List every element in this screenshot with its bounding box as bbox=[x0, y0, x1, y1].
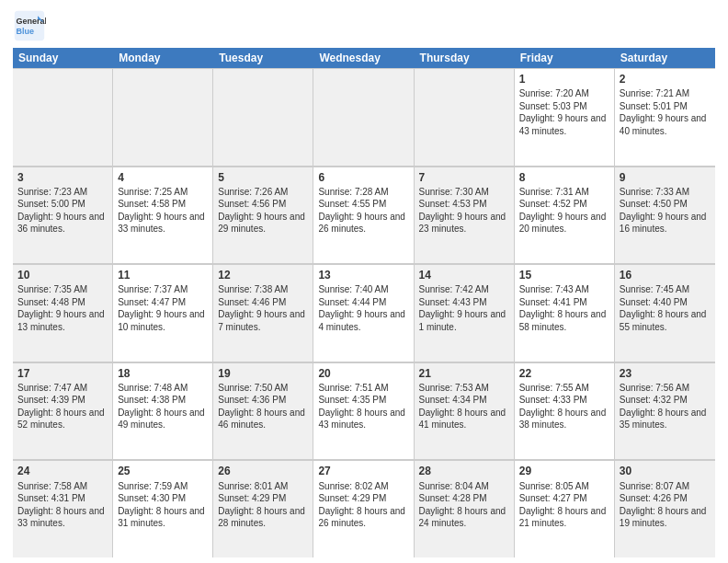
day-number: 9 bbox=[620, 170, 711, 185]
day-info: Sunrise: 7:21 AM Sunset: 5:01 PM Dayligh… bbox=[620, 88, 707, 136]
day-info: Sunrise: 8:02 AM Sunset: 4:29 PM Dayligh… bbox=[318, 481, 405, 529]
day-number: 17 bbox=[17, 366, 108, 381]
day-info: Sunrise: 7:31 AM Sunset: 4:52 PM Dayligh… bbox=[519, 187, 607, 235]
day-number: 21 bbox=[419, 366, 509, 381]
day-number: 4 bbox=[118, 170, 208, 185]
calendar-body: 1Sunrise: 7:20 AM Sunset: 5:03 PM Daylig… bbox=[13, 68, 715, 557]
calendar-cell bbox=[313, 69, 414, 166]
calendar-cell: 27Sunrise: 8:02 AM Sunset: 4:29 PM Dayli… bbox=[313, 461, 414, 557]
calendar-cell: 3Sunrise: 7:23 AM Sunset: 5:00 PM Daylig… bbox=[13, 167, 113, 264]
day-number: 12 bbox=[218, 268, 308, 282]
weekday-header: Friday bbox=[515, 48, 615, 68]
day-number: 7 bbox=[419, 170, 509, 185]
calendar-cell: 16Sunrise: 7:45 AM Sunset: 4:40 PM Dayli… bbox=[615, 265, 715, 362]
calendar: SundayMondayTuesdayWednesdayThursdayFrid… bbox=[13, 48, 715, 557]
day-info: Sunrise: 7:56 AM Sunset: 4:32 PM Dayligh… bbox=[620, 383, 707, 431]
calendar-cell: 19Sunrise: 7:50 AM Sunset: 4:36 PM Dayli… bbox=[213, 363, 313, 460]
day-number: 23 bbox=[620, 366, 711, 381]
calendar-cell: 18Sunrise: 7:48 AM Sunset: 4:38 PM Dayli… bbox=[113, 363, 213, 460]
calendar-cell: 4Sunrise: 7:25 AM Sunset: 4:58 PM Daylig… bbox=[113, 167, 213, 264]
day-info: Sunrise: 7:23 AM Sunset: 5:00 PM Dayligh… bbox=[17, 187, 105, 235]
weekday-header: Thursday bbox=[415, 48, 515, 68]
calendar-cell: 26Sunrise: 8:01 AM Sunset: 4:29 PM Dayli… bbox=[213, 461, 313, 557]
day-info: Sunrise: 7:58 AM Sunset: 4:31 PM Dayligh… bbox=[17, 481, 105, 529]
header: General Blue bbox=[13, 9, 715, 42]
day-number: 1 bbox=[519, 72, 609, 86]
svg-text:General: General bbox=[17, 17, 46, 26]
day-info: Sunrise: 7:50 AM Sunset: 4:36 PM Dayligh… bbox=[218, 383, 305, 431]
calendar-cell: 28Sunrise: 8:04 AM Sunset: 4:28 PM Dayli… bbox=[415, 461, 515, 557]
day-number: 18 bbox=[118, 366, 208, 381]
day-info: Sunrise: 7:55 AM Sunset: 4:33 PM Dayligh… bbox=[519, 383, 607, 431]
day-number: 2 bbox=[620, 72, 711, 86]
day-number: 8 bbox=[519, 170, 609, 185]
day-number: 16 bbox=[620, 268, 711, 282]
day-number: 26 bbox=[218, 464, 308, 478]
calendar-cell: 30Sunrise: 8:07 AM Sunset: 4:26 PM Dayli… bbox=[615, 461, 715, 557]
day-info: Sunrise: 8:04 AM Sunset: 4:28 PM Dayligh… bbox=[419, 481, 506, 529]
day-number: 19 bbox=[218, 366, 308, 381]
day-info: Sunrise: 7:42 AM Sunset: 4:43 PM Dayligh… bbox=[419, 284, 506, 332]
day-info: Sunrise: 7:43 AM Sunset: 4:41 PM Dayligh… bbox=[519, 284, 607, 332]
logo: General Blue bbox=[13, 9, 46, 42]
day-info: Sunrise: 7:33 AM Sunset: 4:50 PM Dayligh… bbox=[620, 187, 707, 235]
day-number: 6 bbox=[318, 170, 408, 185]
page: General Blue SundayMondayTuesdayWednesda… bbox=[0, 0, 728, 563]
calendar-cell: 20Sunrise: 7:51 AM Sunset: 4:35 PM Dayli… bbox=[313, 363, 414, 460]
day-number: 13 bbox=[318, 268, 408, 282]
calendar-row: 10Sunrise: 7:35 AM Sunset: 4:48 PM Dayli… bbox=[13, 264, 715, 362]
day-info: Sunrise: 7:40 AM Sunset: 4:44 PM Dayligh… bbox=[318, 284, 405, 332]
calendar-cell: 15Sunrise: 7:43 AM Sunset: 4:41 PM Dayli… bbox=[515, 265, 615, 362]
day-info: Sunrise: 7:51 AM Sunset: 4:35 PM Dayligh… bbox=[318, 383, 405, 431]
calendar-cell bbox=[13, 69, 113, 166]
calendar-cell: 11Sunrise: 7:37 AM Sunset: 4:47 PM Dayli… bbox=[113, 265, 213, 362]
day-info: Sunrise: 8:07 AM Sunset: 4:26 PM Dayligh… bbox=[620, 481, 707, 529]
day-info: Sunrise: 7:28 AM Sunset: 4:55 PM Dayligh… bbox=[318, 187, 405, 235]
day-number: 22 bbox=[519, 366, 609, 381]
weekday-header: Sunday bbox=[13, 48, 113, 68]
calendar-cell: 29Sunrise: 8:05 AM Sunset: 4:27 PM Dayli… bbox=[515, 461, 615, 557]
day-number: 11 bbox=[118, 268, 208, 282]
day-info: Sunrise: 7:48 AM Sunset: 4:38 PM Dayligh… bbox=[118, 383, 205, 431]
day-number: 5 bbox=[218, 170, 308, 185]
weekday-header: Tuesday bbox=[213, 48, 313, 68]
weekday-header: Saturday bbox=[615, 48, 715, 68]
day-info: Sunrise: 7:47 AM Sunset: 4:39 PM Dayligh… bbox=[17, 383, 105, 431]
day-info: Sunrise: 7:53 AM Sunset: 4:34 PM Dayligh… bbox=[419, 383, 506, 431]
day-info: Sunrise: 7:45 AM Sunset: 4:40 PM Dayligh… bbox=[620, 284, 707, 332]
day-info: Sunrise: 7:30 AM Sunset: 4:53 PM Dayligh… bbox=[419, 187, 506, 235]
calendar-row: 24Sunrise: 7:58 AM Sunset: 4:31 PM Dayli… bbox=[13, 460, 715, 557]
calendar-row: 1Sunrise: 7:20 AM Sunset: 5:03 PM Daylig… bbox=[13, 68, 715, 167]
day-number: 30 bbox=[620, 464, 711, 478]
day-info: Sunrise: 7:59 AM Sunset: 4:30 PM Dayligh… bbox=[118, 481, 205, 529]
calendar-cell: 23Sunrise: 7:56 AM Sunset: 4:32 PM Dayli… bbox=[615, 363, 715, 460]
day-info: Sunrise: 7:37 AM Sunset: 4:47 PM Dayligh… bbox=[118, 284, 205, 332]
calendar-cell: 1Sunrise: 7:20 AM Sunset: 5:03 PM Daylig… bbox=[515, 69, 615, 166]
day-number: 25 bbox=[118, 464, 208, 478]
calendar-cell: 6Sunrise: 7:28 AM Sunset: 4:55 PM Daylig… bbox=[313, 167, 414, 264]
day-info: Sunrise: 7:26 AM Sunset: 4:56 PM Dayligh… bbox=[218, 187, 305, 235]
day-info: Sunrise: 7:25 AM Sunset: 4:58 PM Dayligh… bbox=[118, 187, 205, 235]
day-number: 3 bbox=[17, 170, 108, 185]
day-info: Sunrise: 8:05 AM Sunset: 4:27 PM Dayligh… bbox=[519, 481, 607, 529]
calendar-cell bbox=[113, 69, 213, 166]
calendar-cell: 5Sunrise: 7:26 AM Sunset: 4:56 PM Daylig… bbox=[213, 167, 313, 264]
svg-text:Blue: Blue bbox=[17, 27, 35, 36]
day-info: Sunrise: 7:35 AM Sunset: 4:48 PM Dayligh… bbox=[17, 284, 105, 332]
day-number: 14 bbox=[419, 268, 509, 282]
calendar-cell: 21Sunrise: 7:53 AM Sunset: 4:34 PM Dayli… bbox=[415, 363, 515, 460]
calendar-cell: 10Sunrise: 7:35 AM Sunset: 4:48 PM Dayli… bbox=[13, 265, 113, 362]
calendar-cell: 14Sunrise: 7:42 AM Sunset: 4:43 PM Dayli… bbox=[415, 265, 515, 362]
calendar-cell bbox=[415, 69, 515, 166]
calendar-cell: 24Sunrise: 7:58 AM Sunset: 4:31 PM Dayli… bbox=[13, 461, 113, 557]
calendar-cell: 25Sunrise: 7:59 AM Sunset: 4:30 PM Dayli… bbox=[113, 461, 213, 557]
calendar-cell: 12Sunrise: 7:38 AM Sunset: 4:46 PM Dayli… bbox=[213, 265, 313, 362]
calendar-header: SundayMondayTuesdayWednesdayThursdayFrid… bbox=[13, 48, 715, 68]
weekday-header: Monday bbox=[113, 48, 213, 68]
day-number: 29 bbox=[519, 464, 609, 478]
calendar-cell: 13Sunrise: 7:40 AM Sunset: 4:44 PM Dayli… bbox=[313, 265, 414, 362]
calendar-cell: 9Sunrise: 7:33 AM Sunset: 4:50 PM Daylig… bbox=[615, 167, 715, 264]
day-info: Sunrise: 7:20 AM Sunset: 5:03 PM Dayligh… bbox=[519, 88, 607, 136]
calendar-cell: 22Sunrise: 7:55 AM Sunset: 4:33 PM Dayli… bbox=[515, 363, 615, 460]
calendar-row: 17Sunrise: 7:47 AM Sunset: 4:39 PM Dayli… bbox=[13, 362, 715, 461]
